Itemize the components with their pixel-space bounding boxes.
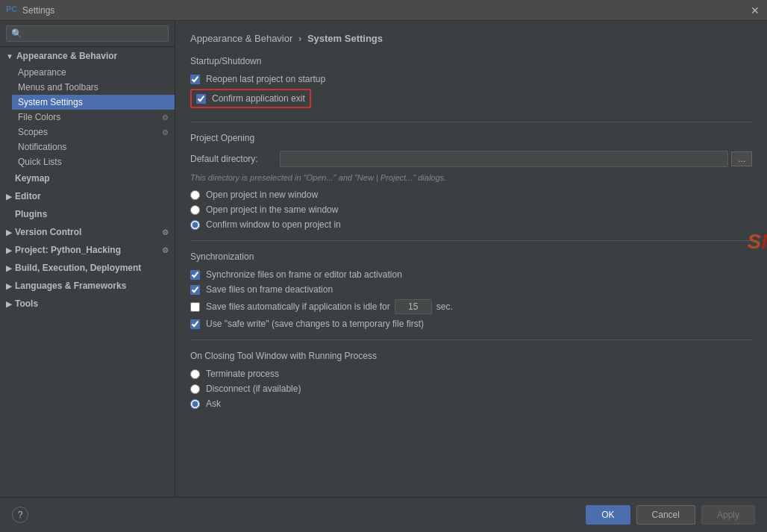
default-directory-row: Default directory: ... [190, 151, 752, 167]
startup-shutdown-title: Startup/Shutdown [190, 56, 752, 66]
sidebar-group-label: Appearance & Behavior [16, 51, 117, 61]
settings-icon: ⚙ [162, 246, 169, 254]
divider-1 [190, 122, 752, 122]
idle-seconds-input[interactable] [395, 299, 432, 314]
terminate-row: Terminate process [190, 369, 752, 379]
terminate-radio[interactable] [190, 369, 200, 379]
sidebar-child-label: Quick Lists [18, 157, 62, 167]
ask-radio[interactable] [190, 399, 200, 409]
search-bar [0, 21, 175, 47]
disconnect-row: Disconnect (if available) [190, 384, 752, 394]
sidebar-item-scopes[interactable]: Scopes ⚙ [12, 125, 175, 140]
expand-arrow: ▶ [6, 193, 12, 201]
settings-icon: ⚙ [162, 228, 169, 237]
title-bar: PC Settings ✕ [0, 0, 767, 21]
breadcrumb-current: System Settings [307, 33, 383, 44]
breadcrumb-separator: › [298, 33, 304, 44]
sidebar-item-menus-toolbars[interactable]: Menus and Toolbars [12, 80, 175, 95]
sidebar-item-languages[interactable]: ▶ Languages & Frameworks [0, 277, 175, 295]
open-same-window-radio[interactable] [190, 205, 200, 215]
confirm-window-row: Confirm window to open project in [190, 219, 752, 230]
sidebar-child-label: Appearance [18, 67, 66, 78]
sidebar-item-tools[interactable]: ▶ Tools [0, 295, 175, 313]
apply-button[interactable]: Apply [701, 505, 755, 525]
sidebar-child-label: File Colors [18, 112, 60, 122]
sidebar-item-notifications[interactable]: Notifications [12, 140, 175, 154]
sidebar-child-label: Menus and Toolbars [18, 82, 98, 93]
sidebar-item-plugins[interactable]: ▶ Plugins [0, 205, 175, 223]
close-button[interactable]: ✕ [749, 4, 761, 16]
settings-icon: ⚙ [162, 113, 169, 122]
sidebar-item-build-execution[interactable]: ▶ Build, Execution, Deployment [0, 259, 175, 277]
expand-arrow: ▶ [6, 246, 12, 254]
settings-icon: ⚙ [162, 128, 169, 137]
expand-arrow: ▶ [6, 300, 12, 308]
safe-write-checkbox[interactable] [190, 319, 200, 329]
sidebar: ▼ Appearance & Behavior Appearance Menus… [0, 21, 175, 497]
confirm-exit-checkbox[interactable] [196, 94, 206, 104]
sidebar-item-keymap[interactable]: ▶ Keymap [0, 169, 175, 187]
sidebar-child-label: Notifications [18, 142, 66, 152]
sidebar-group-label: Build, Execution, Deployment [15, 263, 141, 273]
browse-button[interactable]: ... [731, 151, 752, 166]
sync-files-label: Synchronize files on frame or editor tab… [206, 269, 402, 280]
sidebar-group-label: Keymap [15, 173, 50, 184]
save-idle-label: Save files automatically if application … [206, 301, 390, 312]
sidebar-item-quick-lists[interactable]: Quick Lists [12, 154, 175, 169]
cancel-button[interactable]: Cancel [636, 505, 695, 525]
expand-arrow: ▶ [6, 282, 12, 290]
open-same-window-label: Open project in the same window [206, 204, 338, 215]
open-same-window-row: Open project in the same window [190, 204, 752, 215]
safe-write-row: Use "safe write" (save changes to a temp… [190, 319, 752, 329]
search-input[interactable] [6, 25, 169, 42]
directory-hint: This directory is preselected in "Open..… [190, 173, 752, 182]
sidebar-item-system-settings[interactable]: System Settings [12, 95, 175, 110]
save-deactivation-row: Save files on frame deactivation [190, 284, 752, 295]
breadcrumb-parent: Appearance & Behavior [190, 33, 292, 44]
synchronization-title: Synchronization [190, 251, 752, 262]
sidebar-group-label: Languages & Frameworks [15, 281, 126, 291]
content-area: Appearance & Behavior › System Settings … [175, 21, 767, 497]
terminate-label: Terminate process [206, 369, 279, 379]
sidebar-group-label: Project: Python_Hacking [15, 245, 121, 255]
sidebar-item-file-colors[interactable]: File Colors ⚙ [12, 110, 175, 125]
sidebar-group-label: Tools [15, 298, 38, 309]
seconds-label: sec. [436, 301, 453, 312]
open-new-window-label: Open project in new window [206, 190, 318, 200]
ask-label: Ask [206, 398, 221, 409]
sidebar-group-label: Version Control [15, 227, 81, 237]
on-closing-title: On Closing Tool Window with Running Proc… [190, 351, 752, 361]
dialog-footer: ? OK Cancel Apply [0, 497, 767, 532]
save-deactivation-checkbox[interactable] [190, 285, 200, 295]
watermark: SI [748, 230, 767, 254]
reopen-last-checkbox[interactable] [190, 75, 200, 84]
project-opening-title: Project Opening [190, 133, 752, 143]
reopen-last-label: Reopen last project on startup [206, 74, 325, 84]
dialog: ▼ Appearance & Behavior Appearance Menus… [0, 21, 767, 532]
help-button[interactable]: ? [12, 507, 28, 523]
sidebar-item-appearance-behavior[interactable]: ▼ Appearance & Behavior [0, 47, 175, 65]
save-idle-row: Save files automatically if application … [190, 299, 752, 314]
sync-files-row: Synchronize files on frame or editor tab… [190, 269, 752, 280]
open-new-window-row: Open project in new window [190, 190, 752, 200]
sidebar-item-editor[interactable]: ▶ Editor [0, 187, 175, 205]
divider-3 [190, 339, 752, 340]
open-new-window-radio[interactable] [190, 190, 200, 200]
ok-button[interactable]: OK [586, 505, 630, 525]
sidebar-group-label: Editor [15, 191, 41, 201]
sidebar-item-project-python[interactable]: ▶ Project: Python_Hacking ⚙ [0, 241, 175, 259]
confirm-window-radio[interactable] [190, 220, 200, 230]
sidebar-children-appearance-behavior: Appearance Menus and Toolbars System Set… [0, 65, 175, 169]
save-idle-checkbox[interactable] [190, 302, 200, 312]
default-directory-input[interactable] [280, 151, 728, 167]
disconnect-radio[interactable] [190, 384, 200, 394]
sync-files-checkbox[interactable] [190, 270, 200, 280]
sidebar-item-appearance[interactable]: Appearance [12, 65, 175, 80]
reopen-last-row: Reopen last project on startup [190, 74, 752, 84]
expand-arrow: ▶ [6, 264, 12, 272]
default-directory-label: Default directory: [190, 154, 280, 164]
sidebar-item-version-control[interactable]: ▶ Version Control ⚙ [0, 223, 175, 241]
ask-row: Ask [190, 398, 752, 409]
sidebar-child-label: System Settings [18, 97, 83, 107]
confirm-window-label: Confirm window to open project in [206, 219, 341, 230]
